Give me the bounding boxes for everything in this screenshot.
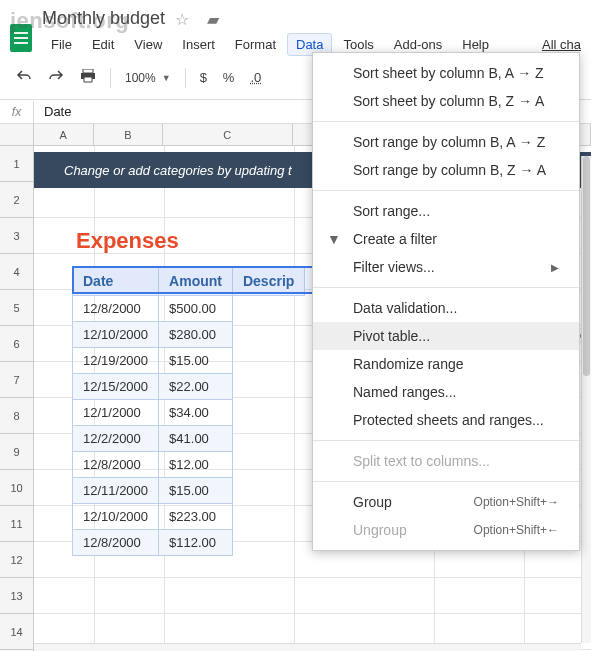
- table-row[interactable]: 12/19/2000$15.00: [73, 348, 305, 374]
- horizontal-scrollbar[interactable]: [34, 643, 581, 651]
- row-header[interactable]: 1: [0, 146, 33, 182]
- menu-item-split-text-to-columns: Split text to columns...: [313, 447, 579, 475]
- row-header[interactable]: 2: [0, 182, 33, 218]
- row-header[interactable]: 13: [0, 578, 33, 614]
- menu-separator: [313, 481, 579, 482]
- vertical-scrollbar[interactable]: [581, 156, 591, 643]
- menu-item-label: Group: [353, 494, 392, 510]
- menu-separator: [313, 190, 579, 191]
- table-row[interactable]: 12/11/2000$15.00: [73, 478, 305, 504]
- shortcut-label: Option+Shift+→: [456, 495, 559, 509]
- menu-item-sort-range-by-column-b-a-z[interactable]: Sort range by column B, A → Z: [313, 128, 579, 156]
- row-headers: 123456789101112131415: [0, 146, 34, 651]
- select-all-cell[interactable]: [0, 124, 34, 145]
- menu-item-randomize-range[interactable]: Randomize range: [313, 350, 579, 378]
- menu-separator: [313, 440, 579, 441]
- menu-view[interactable]: View: [125, 33, 171, 56]
- filter-icon: ▼: [327, 231, 343, 247]
- redo-button[interactable]: [42, 64, 70, 91]
- star-icon[interactable]: ☆: [175, 10, 189, 29]
- menu-separator: [313, 121, 579, 122]
- row-header[interactable]: 10: [0, 470, 33, 506]
- menu-file[interactable]: File: [42, 33, 81, 56]
- shortcut-label: Option+Shift+←: [456, 523, 559, 537]
- print-button[interactable]: [74, 65, 102, 90]
- menu-item-label: Ungroup: [353, 522, 407, 538]
- svg-rect-0: [83, 69, 93, 73]
- row-header[interactable]: 12: [0, 542, 33, 578]
- row-header[interactable]: 3: [0, 218, 33, 254]
- row-header[interactable]: 14: [0, 614, 33, 650]
- row-header[interactable]: 11: [0, 506, 33, 542]
- row-header[interactable]: 5: [0, 290, 33, 326]
- menu-item-label: Pivot table...: [353, 328, 430, 344]
- menu-item-label: Named ranges...: [353, 384, 457, 400]
- sheets-logo-icon[interactable]: [10, 24, 32, 52]
- title-bar: Monthly budget ☆ ▰ FileEditViewInsertFor…: [0, 0, 591, 58]
- menu-item-group[interactable]: GroupOption+Shift+→: [313, 488, 579, 516]
- format-percent-button[interactable]: %: [217, 66, 241, 89]
- decrease-decimal-button[interactable]: .0: [244, 66, 267, 89]
- menu-separator: [313, 287, 579, 288]
- row-header[interactable]: 8: [0, 398, 33, 434]
- table-row[interactable]: 12/1/2000$34.00: [73, 400, 305, 426]
- cell-selection: [72, 266, 330, 294]
- column-header-B[interactable]: B: [94, 124, 164, 145]
- menu-format[interactable]: Format: [226, 33, 285, 56]
- zoom-select[interactable]: 100%▼: [119, 67, 177, 89]
- table-row[interactable]: 12/10/2000$223.00: [73, 504, 305, 530]
- menu-insert[interactable]: Insert: [173, 33, 224, 56]
- menu-item-pivot-table[interactable]: Pivot table...: [313, 322, 579, 350]
- menu-item-sort-range[interactable]: Sort range...: [313, 197, 579, 225]
- menu-edit[interactable]: Edit: [83, 33, 123, 56]
- menu-item-sort-range-by-column-b-z-a[interactable]: Sort range by column B, Z → A: [313, 156, 579, 184]
- submenu-arrow-icon: ▶: [551, 262, 559, 273]
- menu-item-named-ranges[interactable]: Named ranges...: [313, 378, 579, 406]
- expense-table: DateAmountDescrip12/8/2000$500.0012/10/2…: [72, 266, 305, 556]
- table-row[interactable]: 12/8/2000$12.00: [73, 452, 305, 478]
- menu-item-protected-sheets-and-ranges[interactable]: Protected sheets and ranges...: [313, 406, 579, 434]
- menu-item-ungroup: UngroupOption+Shift+←: [313, 516, 579, 544]
- table-row[interactable]: 12/2/2000$41.00: [73, 426, 305, 452]
- column-header-A[interactable]: A: [34, 124, 94, 145]
- row-header[interactable]: 6: [0, 326, 33, 362]
- table-row[interactable]: 12/15/2000$22.00: [73, 374, 305, 400]
- menu-item-data-validation[interactable]: Data validation...: [313, 294, 579, 322]
- document-title[interactable]: Monthly budget: [42, 6, 167, 29]
- menu-item-sort-sheet-by-column-b-a-z[interactable]: Sort sheet by column B, A → Z: [313, 59, 579, 87]
- table-row[interactable]: 12/8/2000$500.00: [73, 296, 305, 322]
- menu-item-label: Sort sheet by column B, Z → A: [353, 93, 544, 109]
- undo-button[interactable]: [10, 64, 38, 91]
- menu-item-sort-sheet-by-column-b-z-a[interactable]: Sort sheet by column B, Z → A: [313, 87, 579, 115]
- svg-rect-2: [84, 77, 92, 82]
- menu-item-label: Data validation...: [353, 300, 457, 316]
- row-header[interactable]: 9: [0, 434, 33, 470]
- fx-label: fx: [0, 101, 34, 123]
- column-header-C[interactable]: C: [163, 124, 292, 145]
- data-menu-dropdown: Sort sheet by column B, A → ZSort sheet …: [312, 52, 580, 551]
- folder-icon[interactable]: ▰: [207, 10, 219, 29]
- menu-item-filter-views[interactable]: Filter views...▶: [313, 253, 579, 281]
- menu-item-label: Sort range by column B, A → Z: [353, 134, 545, 150]
- section-title: Expenses: [76, 228, 179, 254]
- menu-item-label: Sort range by column B, Z → A: [353, 162, 546, 178]
- menu-item-label: Sort sheet by column B, A → Z: [353, 65, 544, 81]
- format-currency-button[interactable]: $: [194, 66, 213, 89]
- row-header[interactable]: 4: [0, 254, 33, 290]
- menu-item-label: Filter views...: [353, 259, 435, 275]
- menu-item-label: Sort range...: [353, 203, 430, 219]
- table-row[interactable]: 12/8/2000$112.00: [73, 530, 305, 556]
- menu-item-label: Randomize range: [353, 356, 464, 372]
- menu-item-label: Split text to columns...: [353, 453, 490, 469]
- menu-item-label: Create a filter: [353, 231, 437, 247]
- table-row[interactable]: 12/10/2000$280.00: [73, 322, 305, 348]
- menu-item-label: Protected sheets and ranges...: [353, 412, 544, 428]
- menu-item-create-a-filter[interactable]: ▼Create a filter: [313, 225, 579, 253]
- row-header[interactable]: 7: [0, 362, 33, 398]
